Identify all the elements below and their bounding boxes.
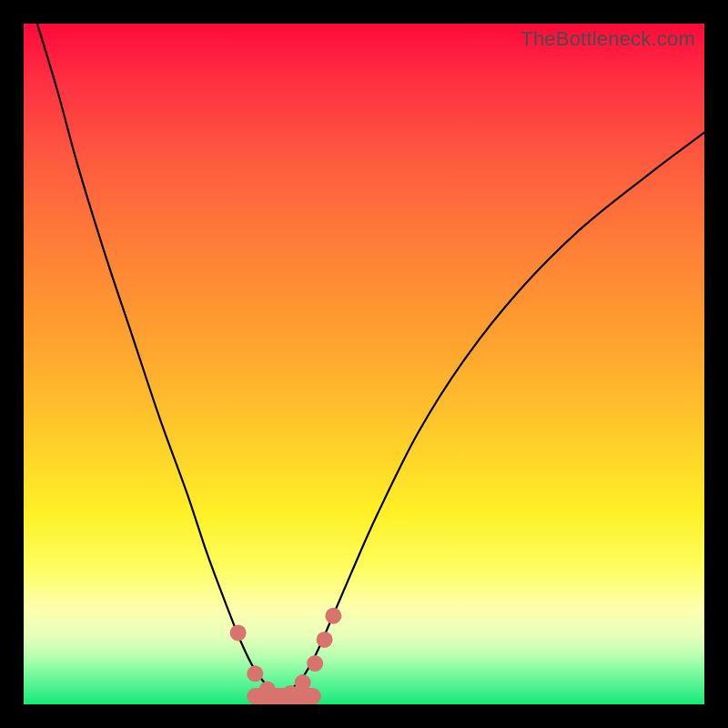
chart-svg <box>24 24 704 704</box>
bottleneck-curve <box>37 24 704 696</box>
trough-marker-dot <box>295 674 311 691</box>
trough-marker-dot <box>247 665 263 682</box>
chart-frame: TheBottleneck.com <box>24 24 704 704</box>
trough-marker-dot <box>325 608 341 624</box>
trough-marker-dot <box>282 685 298 702</box>
trough-marker-dot <box>317 632 333 648</box>
trough-marker-dot <box>230 624 247 641</box>
trough-marker-dot <box>307 655 323 672</box>
